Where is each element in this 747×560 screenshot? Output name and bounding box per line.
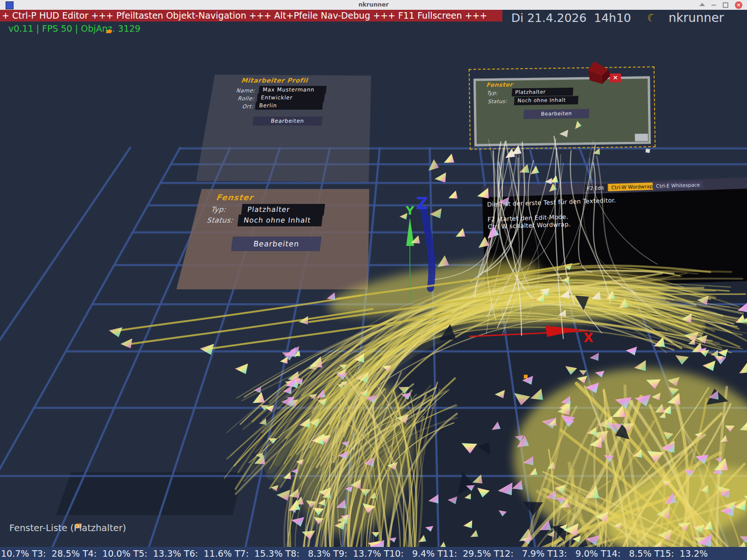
hud-version-line: v0.11 | FPS 50 | ObjAnz. 3129 xyxy=(8,23,141,34)
shade-icon[interactable] xyxy=(699,3,705,6)
hud-clock: Di 21.4.2026 14h10 xyxy=(511,11,631,25)
fenster-liste-label: Fenster-Liste (Platzhalter) xyxy=(9,523,126,533)
window-title: nkrunner xyxy=(0,1,747,8)
mitarbeiter-panel-title: Mitarbeiter Profil xyxy=(241,77,308,84)
thread-statusbar: 10.7% T3: 28.5% T4: 10.0% T5: 13.3% T6: … xyxy=(0,547,747,560)
typ-label: Typ: xyxy=(211,205,226,214)
fenster-center-bearbeiten-button[interactable]: Bearbeiten xyxy=(231,237,322,251)
name-label: Name: xyxy=(200,87,255,94)
hud-cursor xyxy=(106,30,112,33)
status-label: Status: xyxy=(487,98,507,105)
fenster-center-title: Fenster xyxy=(216,193,254,202)
close-window-icon[interactable]: × xyxy=(735,1,742,9)
maximize-icon[interactable] xyxy=(723,2,728,8)
status-field[interactable]: Noch ohne Inhalt xyxy=(514,96,578,105)
hud-ticker: + Ctrl-P HUD Editor +++ Pfeiltasten Obje… xyxy=(0,10,502,21)
mitarbeiter-panel: Mitarbeiter Profil Name: Max Mustermann … xyxy=(190,75,377,182)
fenster-top-bearbeiten-button[interactable]: Bearbeiten xyxy=(523,109,589,119)
status-label: Status: xyxy=(206,216,234,224)
fenster-top-panel: Fenster Typ: Platzhalter Status: Noch oh… xyxy=(469,66,655,150)
rolle-field[interactable]: Entwickler xyxy=(257,94,325,102)
tab-ctrl-w-wordwrap[interactable]: Ctrl-W Wordwrap xyxy=(608,182,656,191)
panel-layer: Mitarbeiter Profil Name: Max Mustermann … xyxy=(0,0,747,560)
name-field[interactable]: Max Mustermann xyxy=(259,86,327,94)
mitarbeiter-bearbeiten-button[interactable]: Bearbeiten xyxy=(253,117,323,126)
close-icon[interactable]: × xyxy=(610,73,621,82)
minimize-icon[interactable] xyxy=(712,5,716,6)
typ-field[interactable]: Platzhalter xyxy=(512,88,573,97)
ort-field[interactable]: Berlin xyxy=(255,102,323,110)
rolle-label: Rolle: xyxy=(199,95,254,102)
tab-ctrl-e-whitespace[interactable]: Ctrl-E Whitespace xyxy=(653,181,703,190)
app-window: Mitarbeiter Profil Name: Max Mustermann … xyxy=(0,0,747,560)
fenster-center-panel: Fenster Typ: Platzhalter Status: Noch oh… xyxy=(195,189,375,289)
status-field[interactable]: Noch ohne Inhalt xyxy=(237,215,323,226)
texteditor-body[interactable]: Dies ist der erste Test für den Textedit… xyxy=(482,189,747,290)
hud-app-name: nkrunner xyxy=(669,11,724,25)
ort-label: Ort: xyxy=(198,103,254,110)
typ-label: Typ: xyxy=(486,90,498,96)
scrollbar-thumb[interactable] xyxy=(635,133,648,141)
titlebar[interactable]: nkrunner × xyxy=(0,0,747,10)
texteditor-panel: F2 Edit Ctrl-W Wordwrap Ctrl-E Whitespac… xyxy=(482,177,747,290)
fenster-top-title: Fenster xyxy=(486,81,513,88)
tab-f2-edit[interactable]: F2 Edit xyxy=(584,184,607,192)
fenster-top-frame: Fenster Typ: Platzhalter Status: Noch oh… xyxy=(473,76,651,146)
typ-field[interactable]: Platzhalter xyxy=(241,204,325,216)
